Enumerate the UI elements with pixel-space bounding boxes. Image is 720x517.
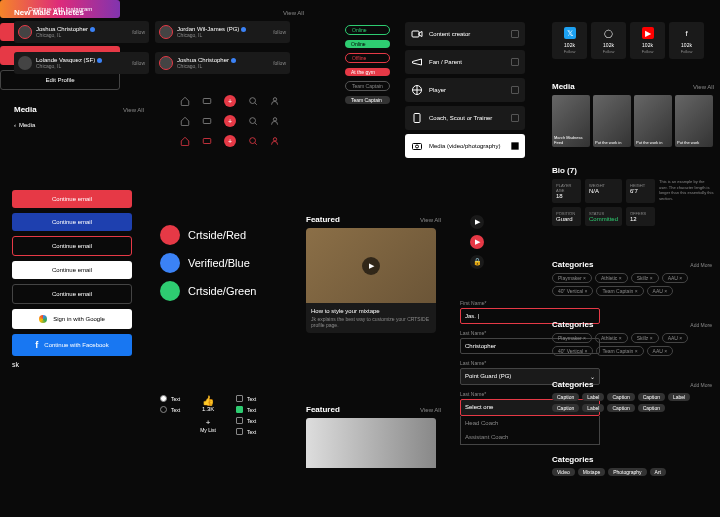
category-tag[interactable]: AAU ×: [647, 346, 674, 356]
lock-button[interactable]: 🔒: [470, 255, 484, 269]
category-tag[interactable]: Label: [582, 404, 604, 412]
featured-image[interactable]: [306, 418, 436, 468]
media-thumb[interactable]: Put the work in: [593, 95, 631, 147]
checkbox[interactable]: [236, 428, 243, 435]
athlete-card[interactable]: Jordan Wil-James (PG) Chicago, IL follow: [155, 21, 290, 43]
follow-button[interactable]: follow: [132, 60, 145, 66]
add-icon[interactable]: +: [200, 418, 216, 427]
role-fan-parent[interactable]: Fan / Parent: [405, 50, 525, 74]
checkbox[interactable]: [511, 114, 519, 122]
category-tag[interactable]: Label: [668, 393, 690, 401]
twitter-card[interactable]: 𝕏 102k Follow: [552, 22, 587, 59]
category-tag[interactable]: Video: [552, 468, 575, 476]
dropdown-option[interactable]: Assistant Coach: [461, 430, 599, 444]
search-icon[interactable]: [248, 136, 258, 146]
avatar: [159, 56, 173, 70]
category-tag[interactable]: Skillz ×: [631, 273, 659, 283]
home-icon[interactable]: [180, 96, 190, 106]
category-tag[interactable]: Label: [582, 393, 604, 401]
athlete-card[interactable]: Lolande Vasquez (SF) Chicago, IL follow: [14, 52, 149, 74]
featured-video-card[interactable]: ▶ How to style your mixtape Jk explains …: [306, 228, 436, 333]
video-icon[interactable]: [202, 136, 212, 146]
category-tag[interactable]: Mixtape: [578, 468, 606, 476]
continue-email-button[interactable]: Continue email: [12, 261, 132, 279]
facebook-card[interactable]: f 102k Follow: [669, 22, 704, 59]
category-tag[interactable]: AAU ×: [662, 273, 689, 283]
profile-icon[interactable]: [270, 116, 280, 126]
svg-point-13: [416, 145, 419, 148]
facebook-icon: f: [681, 27, 693, 39]
category-tag[interactable]: Caption: [607, 404, 634, 412]
google-icon: [39, 315, 47, 323]
continue-email-button[interactable]: Continue email: [12, 284, 132, 304]
category-tag[interactable]: Team Captain ×: [596, 346, 643, 356]
verified-icon: [90, 27, 95, 32]
play-icon: ▶: [475, 218, 480, 226]
google-signin-button[interactable]: Sign in with Google: [12, 309, 132, 329]
play-circle-button[interactable]: ▶: [470, 235, 484, 249]
radio[interactable]: [160, 406, 167, 413]
category-tag[interactable]: AAU ×: [647, 286, 674, 296]
category-tag[interactable]: Caption: [552, 404, 579, 412]
media-thumb[interactable]: Put the work: [675, 95, 713, 147]
continue-email-button[interactable]: Continue email: [12, 213, 132, 231]
dropdown-option[interactable]: Head Coach: [461, 416, 599, 430]
role-coach[interactable]: Coach, Scout or Trainer: [405, 106, 525, 130]
home-icon[interactable]: [180, 116, 190, 126]
category-tag[interactable]: Caption: [638, 404, 665, 412]
follow-button[interactable]: follow: [132, 29, 145, 35]
category-tag[interactable]: Art: [650, 468, 666, 476]
role-content-creator[interactable]: Content creator: [405, 22, 525, 46]
profile-icon[interactable]: [270, 136, 280, 146]
play-circle-button[interactable]: ▶: [470, 215, 484, 229]
video-icon[interactable]: [202, 116, 212, 126]
checkbox[interactable]: [236, 406, 243, 413]
category-tag[interactable]: AAU ×: [662, 333, 689, 343]
instagram-card[interactable]: ◯ 102k Follow: [591, 22, 626, 59]
category-tag[interactable]: Athletic ×: [595, 273, 628, 283]
youtube-icon: ▶: [642, 27, 654, 39]
category-tag[interactable]: Team Captain ×: [596, 286, 643, 296]
category-tag[interactable]: Skillz ×: [631, 333, 659, 343]
category-tag[interactable]: Playmaker ×: [552, 333, 592, 343]
role-player[interactable]: Player: [405, 78, 525, 102]
checkbox[interactable]: [511, 30, 519, 38]
media-thumb[interactable]: Put the work in: [634, 95, 672, 147]
category-tag[interactable]: Playmaker ×: [552, 273, 592, 283]
radio[interactable]: [160, 395, 167, 402]
category-tag[interactable]: Caption: [607, 393, 634, 401]
svg-point-5: [273, 118, 276, 121]
category-tag[interactable]: Photography: [608, 468, 646, 476]
role-media[interactable]: Media (video/photography): [405, 134, 525, 158]
add-icon[interactable]: +: [224, 135, 236, 147]
thumb-up-icon[interactable]: 👍: [200, 395, 216, 406]
home-icon[interactable]: [180, 136, 190, 146]
youtube-card[interactable]: ▶ 102k Follow: [630, 22, 665, 59]
clipboard-icon: [411, 112, 423, 124]
follow-button[interactable]: follow: [273, 29, 286, 35]
view-all-link[interactable]: View All: [283, 10, 304, 16]
media-thumb[interactable]: March Madness Feed: [552, 95, 590, 147]
category-tag[interactable]: 40" Vertical ×: [552, 286, 593, 296]
athlete-card[interactable]: Joshua Christopher Chicago, IL follow: [14, 21, 149, 43]
add-icon[interactable]: +: [224, 115, 236, 127]
search-icon[interactable]: [248, 96, 258, 106]
checkbox[interactable]: [511, 142, 519, 150]
profile-icon[interactable]: [270, 96, 280, 106]
checkbox[interactable]: [236, 417, 243, 424]
video-icon[interactable]: [202, 96, 212, 106]
continue-email-button[interactable]: Continue email: [12, 236, 132, 256]
follow-button[interactable]: follow: [273, 60, 286, 66]
search-icon[interactable]: [248, 116, 258, 126]
category-tag[interactable]: 40" Vertical ×: [552, 346, 593, 356]
category-tag[interactable]: Athletic ×: [595, 333, 628, 343]
category-tag[interactable]: Caption: [638, 393, 665, 401]
checkbox[interactable]: [236, 395, 243, 402]
checkbox[interactable]: [511, 58, 519, 66]
continue-email-button[interactable]: Continue email: [12, 190, 132, 208]
category-tag[interactable]: Caption: [552, 393, 579, 401]
checkbox[interactable]: [511, 86, 519, 94]
add-icon[interactable]: +: [224, 95, 236, 107]
athlete-card[interactable]: Joshua Christopher Chicago, IL follow: [155, 52, 290, 74]
facebook-button[interactable]: f Continue with Facebook: [12, 334, 132, 356]
